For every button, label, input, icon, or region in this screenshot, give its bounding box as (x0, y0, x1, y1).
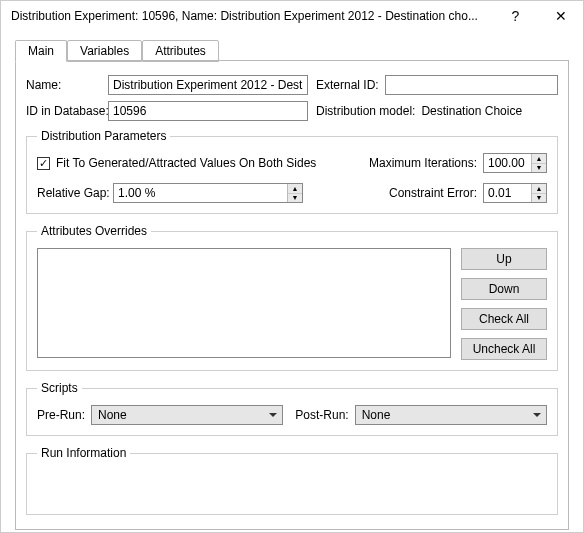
chevron-down-icon[interactable]: ▼ (532, 164, 546, 173)
run-information-group: Run Information (26, 446, 558, 515)
check-icon: ✓ (37, 157, 50, 170)
close-button[interactable]: ✕ (538, 1, 583, 31)
uncheck-all-button[interactable]: Uncheck All (461, 338, 547, 360)
relative-gap-spinner[interactable]: 1.00 % ▲▼ (113, 183, 303, 203)
constraint-error-label: Constraint Error: (389, 186, 477, 200)
attributes-overrides-legend: Attributes Overrides (37, 224, 151, 238)
chevron-down-icon[interactable]: ▼ (532, 194, 546, 203)
name-field[interactable] (108, 75, 308, 95)
tab-variables[interactable]: Variables (67, 40, 142, 62)
distribution-parameters-legend: Distribution Parameters (37, 129, 170, 143)
help-button[interactable]: ? (493, 1, 538, 31)
id-db-field[interactable] (108, 101, 308, 121)
pre-run-label: Pre-Run: (37, 408, 85, 422)
tab-attributes[interactable]: Attributes (142, 40, 219, 62)
post-run-combo[interactable]: None (355, 405, 547, 425)
pre-run-combo[interactable]: None (91, 405, 283, 425)
scripts-group: Scripts Pre-Run: None Post-Run: None (26, 381, 558, 436)
chevron-up-icon[interactable]: ▲ (532, 184, 546, 194)
post-run-label: Post-Run: (295, 408, 348, 422)
run-information-body (37, 470, 547, 504)
max-iterations-label: Maximum Iterations: (369, 156, 477, 170)
fit-checkbox[interactable]: ✓ Fit To Generated/Attracted Values On B… (37, 156, 316, 170)
run-information-legend: Run Information (37, 446, 130, 460)
chevron-up-icon[interactable]: ▲ (288, 184, 302, 194)
id-db-label: ID in Database: (26, 104, 102, 118)
constraint-error-spinner[interactable]: 0.01 ▲▼ (483, 183, 547, 203)
tab-pane-main: Name: External ID: ID in Database: Distr… (15, 61, 569, 530)
attributes-overrides-group: Attributes Overrides Up Down Check All U… (26, 224, 558, 371)
constraint-error-value: 0.01 (484, 184, 531, 202)
tab-main[interactable]: Main (15, 40, 67, 62)
distribution-parameters-group: Distribution Parameters ✓ Fit To Generat… (26, 129, 558, 214)
dist-model-label: Distribution model: (316, 104, 415, 118)
check-all-button[interactable]: Check All (461, 308, 547, 330)
title-bar: Distribution Experiment: 10596, Name: Di… (1, 1, 583, 31)
dist-model-value: Destination Choice (421, 104, 522, 118)
external-id-label: External ID: (316, 78, 379, 92)
chevron-down-icon[interactable]: ▼ (288, 194, 302, 203)
fit-label: Fit To Generated/Attracted Values On Bot… (56, 156, 316, 170)
post-run-value: None (362, 408, 391, 422)
relative-gap-label: Relative Gap: (37, 186, 107, 200)
tab-strip: Main Variables Attributes (15, 39, 569, 61)
max-iterations-spinner[interactable]: 100.00 ▲▼ (483, 153, 547, 173)
scripts-legend: Scripts (37, 381, 82, 395)
pre-run-value: None (98, 408, 127, 422)
down-button[interactable]: Down (461, 278, 547, 300)
external-id-field[interactable] (385, 75, 558, 95)
overrides-list[interactable] (37, 248, 451, 358)
spinner-arrows[interactable]: ▲▼ (531, 154, 546, 172)
chevron-up-icon[interactable]: ▲ (532, 154, 546, 164)
spinner-arrows[interactable]: ▲▼ (287, 184, 302, 202)
relative-gap-value: 1.00 % (114, 184, 287, 202)
max-iterations-value: 100.00 (484, 154, 531, 172)
up-button[interactable]: Up (461, 248, 547, 270)
window-title: Distribution Experiment: 10596, Name: Di… (11, 9, 493, 23)
spinner-arrows[interactable]: ▲▼ (531, 184, 546, 202)
name-label: Name: (26, 78, 102, 92)
